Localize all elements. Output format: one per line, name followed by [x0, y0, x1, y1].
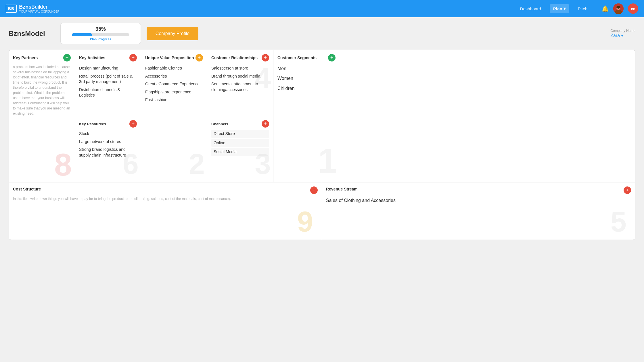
customer-relationships-title: Customer Relationships	[211, 55, 258, 60]
key-resources-header: Key Resources +	[79, 120, 137, 128]
company-name-area: Company Name Zara ▾	[610, 29, 635, 38]
customer-segments-header: Customer Segments +	[277, 54, 336, 61]
customer-relationships-col: Customer Relationships + Salesperson at …	[207, 50, 273, 182]
logo-bb: BB	[6, 5, 17, 13]
list-item: Brand through social media	[211, 72, 269, 80]
uvp-header: Unique Value Proposition +	[145, 54, 203, 61]
nav-plan[interactable]: Plan ▾	[550, 4, 569, 13]
chevron-down-icon: ▾	[621, 33, 623, 38]
key-activities-items: Design manufacturing Retail process (poi…	[79, 64, 137, 99]
cost-watermark: 9	[297, 205, 313, 238]
logo-sub: YOUR VIRTUAL COFOUNDER	[19, 10, 60, 13]
nav-dashboard[interactable]: Dashboard	[520, 5, 541, 13]
customer-relationships-header: Customer Relationships +	[211, 54, 269, 61]
customer-segments-add-button[interactable]: +	[328, 54, 336, 61]
customer-relationships-section: Customer Relationships + Salesperson at …	[207, 50, 273, 116]
uvp-watermark: 2	[189, 147, 205, 180]
customer-segments-title: Customer Segments	[277, 55, 317, 60]
key-partners-placeholder: a problem box was included because sever…	[13, 64, 71, 116]
list-item: Flagship store experience	[145, 88, 203, 96]
nav-links: Dashboard Plan ▾ Pitch	[520, 4, 587, 13]
list-item: Direct Store	[211, 130, 269, 138]
key-partners-header: Key Partners +	[13, 54, 71, 61]
key-resources-title: Key Resources	[79, 122, 106, 126]
list-item: Sales of Clothing and Accessories	[326, 196, 631, 205]
uvp-items: Fashionable Clothes Accessories Great eC…	[145, 64, 203, 104]
segments-watermark: 1	[318, 141, 337, 180]
customer-segments-items: Men Women Children	[277, 64, 336, 93]
bell-icon[interactable]: 🔔	[602, 5, 609, 12]
uvp-add-button[interactable]: +	[195, 54, 203, 61]
key-partners-col: Key Partners + a problem box was include…	[9, 50, 75, 182]
company-profile-button[interactable]: Company Profile	[147, 27, 198, 40]
key-resources-items: Stock Large network of stores Strong bra…	[79, 130, 137, 159]
revenue-stream-add-button[interactable]: +	[624, 186, 631, 194]
channels-title: Channels	[211, 122, 228, 126]
list-item: Online	[211, 139, 269, 147]
revenue-stream-col: Revenue Stream + Sales of Clothing and A…	[322, 182, 635, 240]
progress-bar-inner	[72, 33, 92, 36]
nav-pitch[interactable]: Pitch	[578, 5, 587, 13]
svg-point-3	[616, 6, 620, 9]
list-item: Great eCommerce Experience	[145, 80, 203, 88]
navbar: BB BznsBuilder YOUR VIRTUAL COFOUNDER Da…	[0, 0, 644, 17]
chevron-down-icon: ▾	[564, 6, 566, 11]
list-item: Fast-fashion	[145, 96, 203, 104]
key-resources-section: Key Resources + Stock Large network of s…	[75, 116, 141, 182]
uvp-title: Unique Value Proposition	[145, 55, 194, 60]
channels-section: Channels + Direct Store Online Social Me…	[207, 116, 273, 182]
cost-structure-col: Cost Structure + In this field write dow…	[9, 182, 322, 240]
key-activities-section: Key Activities + Design manufacturing Re…	[75, 50, 141, 116]
company-name-select[interactable]: Zara ▾	[610, 33, 635, 38]
progress-label: Plan Progress	[66, 37, 135, 41]
company-name-label: Company Name	[610, 29, 635, 33]
list-item: Distribution channels & Logistics	[79, 86, 137, 99]
canvas-bottom-row: Cost Structure + In this field write dow…	[9, 182, 635, 240]
cost-structure-title: Cost Structure	[13, 187, 41, 191]
list-item: Children	[277, 84, 336, 93]
key-partners-title: Key Partners	[13, 55, 38, 60]
navbar-right: 🔔 en	[602, 3, 638, 14]
revenue-stream-title: Revenue Stream	[326, 187, 358, 191]
cost-structure-placeholder: In this field write down things you will…	[13, 196, 318, 201]
list-item: Fashionable Clothes	[145, 64, 203, 72]
customer-segments-col: Customer Segments + Men Women Children 1	[273, 50, 340, 182]
page-title: BznsModel	[9, 30, 55, 38]
customer-relationships-items: Salesperson at store Brand through socia…	[211, 64, 269, 94]
logo: BB BznsBuilder YOUR VIRTUAL COFOUNDER	[6, 4, 60, 13]
channels-items: Direct Store Online Social Media	[211, 130, 269, 156]
uvp-col: Unique Value Proposition + Fashionable C…	[141, 50, 207, 182]
list-item: Sentimental attachment to clothing/acces…	[211, 80, 269, 94]
customer-relationships-add-button[interactable]: +	[262, 54, 269, 61]
key-activities-add-button[interactable]: +	[129, 54, 137, 61]
list-item: Salesperson at store	[211, 64, 269, 72]
key-partners-add-button[interactable]: +	[63, 54, 71, 61]
key-partners-watermark: 8	[54, 149, 72, 180]
revenue-watermark: 5	[610, 205, 626, 238]
list-item: Retail process (point of sale & 3rd part…	[79, 72, 137, 86]
list-item: Design manufacturing	[79, 64, 137, 72]
main-content: BznsModel 35% Plan Progress Company Prof…	[0, 17, 644, 246]
list-item: Social Media	[211, 148, 269, 156]
list-item: Stock	[79, 130, 137, 138]
business-model-canvas: Key Partners + a problem box was include…	[9, 50, 635, 240]
list-item: Men	[277, 64, 336, 73]
company-name-value: Zara	[610, 33, 620, 38]
cost-structure-add-button[interactable]: +	[310, 186, 318, 194]
progress-container: 35% Plan Progress	[60, 23, 141, 44]
progress-percent: 35%	[66, 26, 135, 32]
key-activities-col: Key Activities + Design manufacturing Re…	[75, 50, 141, 182]
canvas-top-row: Key Partners + a problem box was include…	[9, 50, 635, 182]
top-bar: BznsModel 35% Plan Progress Company Prof…	[9, 23, 635, 44]
channels-header: Channels +	[211, 120, 269, 128]
list-item: Strong brand logistics and supply chain …	[79, 146, 137, 159]
revenue-stream-items: Sales of Clothing and Accessories	[326, 196, 631, 205]
channels-add-button[interactable]: +	[262, 120, 269, 128]
avatar[interactable]	[613, 3, 624, 14]
logo-brand: BznsBuilder	[19, 4, 47, 10]
key-activities-title: Key Activities	[79, 55, 105, 60]
progress-bar-outer	[72, 33, 129, 36]
key-resources-add-button[interactable]: +	[129, 120, 137, 128]
lang-badge[interactable]: en	[628, 3, 638, 14]
key-activities-header: Key Activities +	[79, 54, 137, 61]
